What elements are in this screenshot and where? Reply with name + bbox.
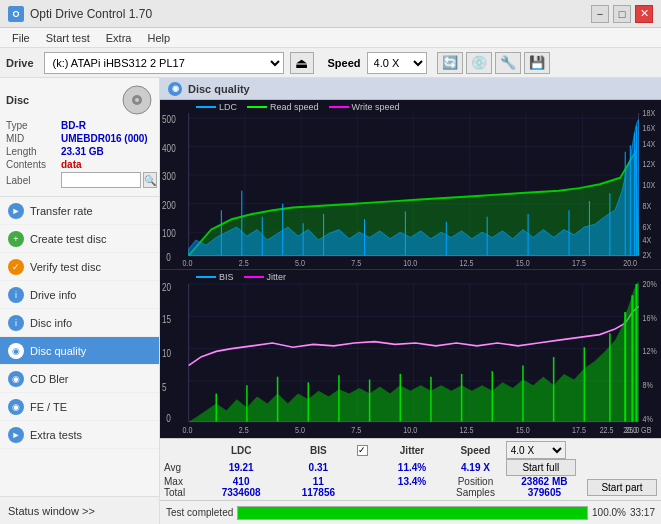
ldc-line bbox=[196, 106, 216, 108]
bottom-chart-svg: 20 15 10 5 0 20% 16% 12% 8% 4% bbox=[160, 270, 661, 439]
start-part-area: Start part bbox=[587, 479, 657, 498]
svg-text:17.5: 17.5 bbox=[572, 258, 586, 268]
svg-text:15.0: 15.0 bbox=[516, 258, 530, 268]
nav-fe-te[interactable]: ◉ FE / TE bbox=[0, 393, 159, 421]
disc-button[interactable]: 💿 bbox=[466, 52, 492, 74]
status-window-label: Status window >> bbox=[8, 505, 95, 517]
eject-button[interactable]: ⏏ bbox=[290, 52, 314, 74]
fe-te-label: FE / TE bbox=[30, 401, 67, 413]
total-empty bbox=[357, 487, 379, 498]
jitter-check: ✓ bbox=[357, 445, 379, 456]
nav-create-test-disc[interactable]: + Create test disc bbox=[0, 225, 159, 253]
speed-select[interactable]: 4.0 X bbox=[367, 52, 427, 74]
avg-bis: 0.31 bbox=[280, 459, 357, 476]
nav-disc-info[interactable]: i Disc info bbox=[0, 309, 159, 337]
stats-table-area: LDC BIS ✓ Jitter Speed 4.0 X bbox=[164, 441, 583, 498]
max-ldc: 410 bbox=[203, 476, 280, 487]
progress-text: 100.0% bbox=[592, 507, 626, 518]
avg-empty bbox=[357, 459, 379, 476]
menubar: File Start test Extra Help bbox=[0, 28, 661, 48]
close-button[interactable]: ✕ bbox=[635, 5, 653, 23]
menu-help[interactable]: Help bbox=[139, 28, 178, 47]
save-button[interactable]: 💾 bbox=[524, 52, 550, 74]
svg-text:5.0: 5.0 bbox=[295, 423, 305, 434]
main-area: Disc Type BD-R MID UMEBDR016 (000) Lengt… bbox=[0, 78, 661, 524]
start-part-button[interactable]: Start part bbox=[587, 479, 657, 496]
fe-te-icon: ◉ bbox=[8, 399, 24, 415]
disc-info-icon: i bbox=[8, 315, 24, 331]
svg-text:10X: 10X bbox=[643, 180, 656, 190]
nav-transfer-rate[interactable]: ► Transfer rate bbox=[0, 197, 159, 225]
menu-start-test[interactable]: Start test bbox=[38, 28, 98, 47]
menu-file[interactable]: File bbox=[4, 28, 38, 47]
avg-ldc: 19.21 bbox=[203, 459, 280, 476]
svg-text:16%: 16% bbox=[643, 311, 658, 322]
bottom-legend: BIS Jitter bbox=[196, 272, 286, 282]
svg-text:8%: 8% bbox=[643, 378, 654, 389]
drive-label: Drive bbox=[6, 57, 34, 69]
svg-point-2 bbox=[135, 98, 139, 102]
tools-button[interactable]: 🔧 bbox=[495, 52, 521, 74]
charts-area: LDC Read speed Write speed 500 400 bbox=[160, 100, 661, 438]
jitter-line bbox=[244, 276, 264, 278]
stats-max-row: Max 410 11 13.4% Position 23862 MB bbox=[164, 476, 583, 487]
speed-header: Speed bbox=[445, 441, 506, 459]
ldc-label: LDC bbox=[219, 102, 237, 112]
toolbar-icons: 🔄 💿 🔧 💾 bbox=[437, 52, 550, 74]
nav-cd-bler[interactable]: ◉ CD Bler bbox=[0, 365, 159, 393]
total-bis: 117856 bbox=[280, 487, 357, 498]
minimize-button[interactable]: − bbox=[591, 5, 609, 23]
menu-extra[interactable]: Extra bbox=[98, 28, 140, 47]
progress-area: Test completed 100.0% 33:17 bbox=[160, 500, 661, 524]
nav-drive-info[interactable]: i Drive info bbox=[0, 281, 159, 309]
svg-text:10.0: 10.0 bbox=[403, 423, 417, 434]
top-chart-svg: 500 400 300 200 100 0 18X 16X 14X 12X 10… bbox=[160, 100, 661, 269]
top-chart: LDC Read speed Write speed 500 400 bbox=[160, 100, 661, 270]
status-window[interactable]: Status window >> bbox=[0, 496, 159, 524]
svg-text:10.0: 10.0 bbox=[403, 258, 417, 268]
legend-write: Write speed bbox=[329, 102, 400, 112]
refresh-button[interactable]: 🔄 bbox=[437, 52, 463, 74]
svg-text:8X: 8X bbox=[643, 201, 652, 211]
max-empty bbox=[357, 476, 379, 487]
svg-text:0: 0 bbox=[166, 252, 171, 263]
left-panel: Disc Type BD-R MID UMEBDR016 (000) Lengt… bbox=[0, 78, 160, 524]
svg-text:15.0: 15.0 bbox=[516, 423, 530, 434]
disc-title: Disc bbox=[6, 94, 29, 106]
speed-select-cell: 4.0 X bbox=[506, 441, 583, 459]
read-label: Read speed bbox=[270, 102, 319, 112]
svg-text:7.5: 7.5 bbox=[351, 423, 361, 434]
disc-section: Disc Type BD-R MID UMEBDR016 (000) Lengt… bbox=[0, 78, 159, 197]
svg-text:5.0: 5.0 bbox=[295, 258, 305, 268]
legend-bis: BIS bbox=[196, 272, 234, 282]
svg-text:0.0: 0.0 bbox=[182, 258, 192, 268]
svg-text:12.5: 12.5 bbox=[460, 423, 474, 434]
jitter-header: Jitter bbox=[379, 441, 445, 459]
label-key: Label bbox=[6, 175, 61, 186]
start-full-button[interactable]: Start full bbox=[506, 459, 576, 476]
titlebar: O Opti Drive Control 1.70 − □ ✕ bbox=[0, 0, 661, 28]
type-value: BD-R bbox=[61, 120, 86, 131]
svg-text:200: 200 bbox=[162, 200, 176, 211]
checkbox-cell: ✓ bbox=[357, 441, 379, 459]
max-label: Max bbox=[164, 476, 203, 487]
svg-text:10: 10 bbox=[162, 346, 172, 359]
drive-select[interactable]: (k:) ATAPi iHBS312 2 PL17 bbox=[44, 52, 284, 74]
nav-disc-quality[interactable]: ◉ Disc quality bbox=[0, 337, 159, 365]
speed-label: Speed bbox=[328, 57, 361, 69]
progress-bar bbox=[238, 507, 587, 519]
label-button[interactable]: 🔍 bbox=[143, 172, 157, 188]
disc-quality-icon: ◉ bbox=[8, 343, 24, 359]
nav-verify-test-disc[interactable]: ✓ Verify test disc bbox=[0, 253, 159, 281]
drivebar: Drive (k:) ATAPi iHBS312 2 PL17 ⏏ Speed … bbox=[0, 48, 661, 78]
contents-key: Contents bbox=[6, 159, 61, 170]
length-key: Length bbox=[6, 146, 61, 157]
speed-select-stats[interactable]: 4.0 X bbox=[506, 441, 566, 459]
create-test-disc-icon: + bbox=[8, 231, 24, 247]
length-value: 23.31 GB bbox=[61, 146, 104, 157]
jitter-checkbox[interactable]: ✓ bbox=[357, 445, 368, 456]
label-input[interactable] bbox=[61, 172, 141, 188]
maximize-button[interactable]: □ bbox=[613, 5, 631, 23]
cd-bler-icon: ◉ bbox=[8, 371, 24, 387]
nav-extra-tests[interactable]: ► Extra tests bbox=[0, 421, 159, 449]
